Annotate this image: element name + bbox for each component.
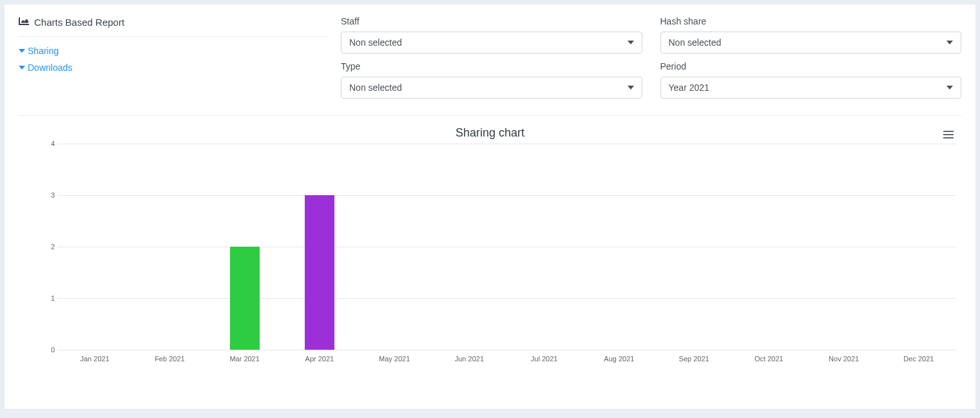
y-tick-label: 1 <box>43 294 55 302</box>
caret-down-icon <box>628 82 634 93</box>
chart-menu-button[interactable] <box>941 126 956 143</box>
x-tick-label: Aug 2021 <box>604 355 634 363</box>
y-tick-label: 2 <box>43 243 55 251</box>
grid-line <box>57 195 956 196</box>
caret-down-icon <box>19 62 25 73</box>
x-tick-label: May 2021 <box>379 355 410 363</box>
filter-staff: Staff Non selected <box>341 16 642 53</box>
sidebar-item-label: Sharing <box>28 46 59 56</box>
chart-bar[interactable] <box>305 195 334 350</box>
staff-dropdown-value: Non selected <box>349 37 402 48</box>
chart-container: Sharing chart 01234 Jan 2021Feb 2021Mar … <box>19 126 961 369</box>
chart-bar[interactable] <box>230 247 260 350</box>
grid-line <box>57 298 956 299</box>
sidebar-item-label: Downloads <box>28 62 72 73</box>
chart-plot-area: 01234 Jan 2021Feb 2021Mar 2021Apr 2021Ma… <box>42 144 956 369</box>
caret-down-icon <box>19 46 25 56</box>
x-tick-label: Sep 2021 <box>679 355 709 363</box>
main-divider <box>19 115 961 116</box>
x-tick-label: Nov 2021 <box>829 355 859 363</box>
caret-down-icon <box>946 37 953 48</box>
filter-period: Period Year 2021 <box>660 61 962 99</box>
staff-label: Staff <box>341 16 642 26</box>
sidebar: Charts Based Report SharingDownloads <box>19 16 328 99</box>
x-tick-label: Mar 2021 <box>229 355 259 363</box>
period-dropdown[interactable]: Year 2021 <box>660 77 962 99</box>
period-dropdown-value: Year 2021 <box>669 82 709 93</box>
type-dropdown-value: Non selected <box>349 82 402 93</box>
filters-area: Staff Non selected Hash share Non select… <box>341 16 961 99</box>
hash-share-dropdown-value: Non selected <box>669 37 722 48</box>
report-panel: Charts Based Report SharingDownloads Sta… <box>4 4 976 410</box>
chart-title: Sharing chart <box>19 126 961 140</box>
y-tick-label: 3 <box>43 191 55 199</box>
x-tick-label: Jun 2021 <box>455 355 484 363</box>
filter-type: Type Non selected <box>341 61 642 99</box>
sidebar-item-downloads[interactable]: Downloads <box>19 62 328 73</box>
x-tick-label: Oct 2021 <box>754 355 783 363</box>
filter-hash-share: Hash share Non selected <box>660 16 962 53</box>
area-chart-icon <box>19 16 29 28</box>
x-tick-label: Jul 2021 <box>531 355 558 363</box>
grid-line <box>57 144 956 144</box>
hash-share-label: Hash share <box>660 16 962 26</box>
page-title-text: Charts Based Report <box>34 17 124 28</box>
x-tick-label: Jan 2021 <box>80 355 109 363</box>
x-tick-label: Dec 2021 <box>903 355 934 363</box>
caret-down-icon <box>628 37 634 48</box>
x-tick-label: Apr 2021 <box>305 355 334 363</box>
staff-dropdown[interactable]: Non selected <box>341 32 642 53</box>
sidebar-item-sharing[interactable]: Sharing <box>19 46 328 56</box>
type-dropdown[interactable]: Non selected <box>341 77 642 99</box>
grid-line <box>57 247 956 247</box>
y-tick-label: 0 <box>43 346 55 354</box>
sidebar-divider <box>19 36 328 37</box>
hash-share-dropdown[interactable]: Non selected <box>660 32 962 53</box>
caret-down-icon <box>946 82 953 93</box>
period-label: Period <box>660 61 962 71</box>
page-title: Charts Based Report <box>19 16 328 28</box>
y-tick-label: 4 <box>43 140 55 147</box>
type-label: Type <box>341 61 642 71</box>
x-tick-label: Feb 2021 <box>155 355 184 363</box>
top-section: Charts Based Report SharingDownloads Sta… <box>19 16 961 99</box>
